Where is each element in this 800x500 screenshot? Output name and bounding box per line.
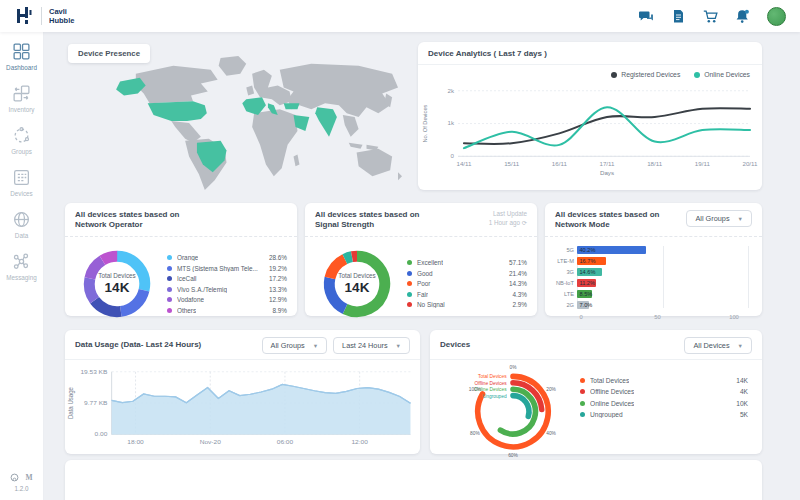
legend-item: MTS (Sistema Shyam Tele...19.2% (167, 265, 287, 272)
devices-title: Devices (440, 340, 470, 350)
signal-legend: Excellent57.1%Good21.4%Poor14.3%Fair4.3%… (407, 256, 527, 312)
legend-item: Good21.4% (407, 270, 527, 277)
svg-text:No. Of Devices: No. Of Devices (422, 105, 428, 143)
sidebar-item-data[interactable]: Data (0, 210, 43, 239)
svg-text:20/11: 20/11 (743, 162, 758, 168)
messaging-icon (12, 252, 31, 271)
sidebar: DashboardInventoryGroupsDevicesDataMessa… (0, 32, 44, 500)
signal-strength-card: All devices states based on Signal Stren… (305, 203, 537, 316)
map-region-usa (148, 101, 207, 121)
document-icon[interactable] (671, 9, 686, 24)
sidebar-item-label: Dashboard (6, 64, 37, 71)
legend-item: No Signal2.9% (407, 301, 527, 308)
analytics-legend-item: Registered Devices (611, 71, 680, 78)
legend-item: Offline Devices4K (580, 388, 748, 395)
sidebar-item-label: Devices (10, 190, 32, 197)
svg-text:0%: 0% (510, 365, 518, 370)
inventory-icon (12, 84, 31, 103)
bar-row-lte: LTE8.5% (549, 290, 748, 299)
mode-groups-dropdown[interactable]: All Groups▼ (686, 210, 752, 227)
chat-icon[interactable] (639, 9, 654, 24)
svg-text:18:00: 18:00 (127, 438, 144, 445)
mode-title-line2: Network Mode (555, 220, 660, 230)
sidebar-item-label: Groups (11, 148, 32, 155)
logo-text-line1: Cavli (49, 7, 74, 16)
usage-range-dropdown[interactable]: Last 24 Hours▼ (333, 337, 410, 354)
bar-row-lte-m: LTE-M16.7% (549, 257, 748, 266)
github-icon[interactable] (10, 473, 19, 482)
bar-row-3g: 3G14.6% (549, 268, 748, 277)
analytics-legend-item: Online Devices (694, 71, 750, 78)
operator-legend: Orange28.6%MTS (Sistema Shyam Tele...19.… (167, 251, 287, 318)
legend-item: Vodafone12.9% (167, 296, 287, 303)
svg-text:14/11: 14/11 (457, 162, 472, 168)
dashboard-icon (12, 42, 31, 61)
chevron-down-icon: ▼ (396, 343, 401, 349)
bell-icon[interactable] (735, 9, 750, 24)
top-navbar: Cavli Hubble (0, 0, 800, 32)
svg-text:18/11: 18/11 (647, 162, 662, 168)
bar-row-nb-iot: NB-IoT11.2% (549, 279, 748, 288)
operator-center-value: 14K (105, 280, 130, 295)
bar-row-2g: 2G7.0% (549, 301, 748, 310)
legend-item: Excellent57.1% (407, 259, 527, 266)
cart-icon[interactable] (703, 9, 718, 24)
device-presence-label: Device Presence (68, 44, 150, 63)
operator-donut-chart: Total Devices 14K (75, 242, 159, 326)
usage-groups-dropdown[interactable]: All Groups▼ (262, 337, 328, 354)
data-usage-area-chart: 0.009.77 KB19.53 KB18:00Nov-2006:0012:00… (65, 360, 420, 452)
sidebar-item-messaging[interactable]: Messaging (0, 252, 43, 281)
svg-text:15/11: 15/11 (504, 162, 519, 168)
operator-center-label: Total Devices (98, 272, 135, 279)
svg-text:Days: Days (600, 171, 614, 177)
bottom-panel (65, 460, 762, 500)
devices-legend: Total Devices14KOffline Devices4KOnline … (580, 372, 748, 423)
data-icon (12, 210, 31, 229)
svg-text:Offline Devices: Offline Devices (474, 381, 507, 386)
signal-donut-chart: Total Devices 14K (315, 242, 399, 326)
sidebar-item-dashboard[interactable]: Dashboard (0, 42, 43, 71)
signal-title-line2: Signal Strength (315, 220, 420, 230)
legend-item: Poor14.3% (407, 280, 527, 287)
logo-divider (41, 7, 42, 25)
svg-text:1k: 1k (447, 121, 454, 127)
user-avatar[interactable] (767, 7, 786, 26)
world-map (114, 54, 410, 192)
signal-center-label: Total Devices (338, 272, 375, 279)
svg-text:Data Usage: Data Usage (67, 387, 75, 419)
svg-text:0: 0 (451, 154, 455, 160)
svg-text:40%: 40% (546, 431, 556, 436)
svg-text:16/11: 16/11 (552, 162, 567, 168)
sidebar-item-inventory[interactable]: Inventory (0, 84, 43, 113)
legend-item: Online Devices10K (580, 400, 748, 407)
svg-text:100%: 100% (469, 387, 482, 392)
devices-icon (12, 168, 31, 187)
devices-card: Devices All Devices▼ Total DevicesOfflin… (430, 330, 762, 454)
svg-text:Ungrouped: Ungrouped (483, 394, 507, 399)
svg-text:60%: 60% (508, 453, 518, 458)
logo-text-line2: Hubble (49, 16, 74, 25)
device-analytics-card: Device Analytics ( Last 7 days ) Registe… (418, 42, 762, 190)
operator-title-line2: Network Operator (75, 220, 180, 230)
svg-text:80%: 80% (470, 431, 480, 436)
svg-text:19/11: 19/11 (695, 162, 710, 168)
network-mode-bar-chart: 5G40.2%LTE-M16.7%3G14.6%NB-IoT11.2%LTE8.… (545, 237, 762, 324)
svg-text:06:00: 06:00 (277, 438, 294, 445)
bar-gridlines (577, 246, 748, 308)
svg-text:0.00: 0.00 (95, 431, 108, 438)
sidebar-item-label: Inventory (9, 106, 35, 113)
map-region-turkey (284, 103, 300, 109)
network-operator-card: All devices states based on Network Oper… (65, 203, 297, 316)
medium-icon[interactable]: M (25, 473, 32, 482)
sidebar-item-devices[interactable]: Devices (0, 168, 43, 197)
usage-title: Data Usage (Data- Last 24 Hours) (75, 340, 201, 350)
chevron-down-icon: ▼ (738, 343, 743, 349)
devices-dropdown[interactable]: All Devices▼ (684, 337, 752, 354)
analytics-legend: Registered DevicesOnline Devices (418, 65, 762, 78)
legend-item: Orange28.6% (167, 254, 287, 261)
legend-item: Total Devices14K (580, 377, 748, 384)
groups-icon (12, 126, 31, 145)
sidebar-item-label: Data (15, 232, 28, 239)
sidebar-item-groups[interactable]: Groups (0, 126, 43, 155)
legend-item: IceCall17.2% (167, 275, 287, 282)
